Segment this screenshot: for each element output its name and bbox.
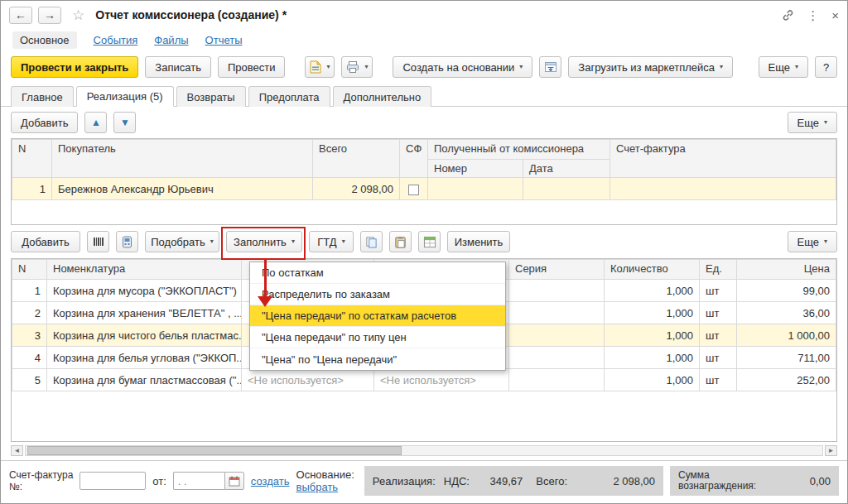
copy-link-icon[interactable]: [782, 9, 794, 22]
cell-price[interactable]: 711,00: [737, 347, 836, 369]
invoice-date-input[interactable]: [173, 472, 224, 490]
item-row[interactable]: 5 Корзина для бумаг пластмассовая ("... …: [12, 369, 836, 391]
cell-price[interactable]: 99,00: [737, 280, 836, 302]
cell-n[interactable]: 3: [12, 324, 47, 347]
horizontal-scrollbar[interactable]: ◄ ►: [11, 445, 837, 456]
cell-n[interactable]: 4: [12, 347, 47, 369]
paste-rows-button[interactable]: [389, 231, 412, 252]
create-invoice-link[interactable]: создать: [251, 475, 290, 487]
cell-number[interactable]: [428, 178, 523, 200]
cell-unit[interactable]: шт: [700, 280, 737, 302]
cell-invoice[interactable]: [610, 178, 836, 200]
cell-name[interactable]: Корзина для хранения "ВЕЛЕТТА" , ...: [47, 302, 242, 324]
post-button[interactable]: Провести: [218, 56, 286, 78]
cell-series[interactable]: [509, 280, 605, 302]
cell-n[interactable]: 2: [12, 302, 47, 324]
invoice-number-input[interactable]: [80, 472, 146, 490]
cell-date[interactable]: [523, 178, 610, 200]
load-from-marketplace-button[interactable]: Загрузить из маркетплейса ▾: [568, 56, 733, 78]
cell-unit[interactable]: шт: [700, 347, 737, 369]
cell-sf[interactable]: [400, 178, 428, 200]
sales-add-button[interactable]: Добавить: [11, 112, 78, 133]
post-and-close-button[interactable]: Провести и закрыть: [11, 56, 138, 78]
related-documents-button[interactable]: [539, 56, 561, 78]
attach-file-button[interactable]: ▾: [305, 56, 335, 78]
favorite-star-icon[interactable]: ☆: [72, 7, 84, 24]
scrollbar-thumb[interactable]: [27, 446, 402, 455]
scroll-right-icon[interactable]: ►: [825, 445, 837, 456]
cell-unit[interactable]: шт: [700, 302, 737, 324]
cell-unit[interactable]: шт: [700, 324, 737, 347]
sales-more-button[interactable]: Еще ▾: [788, 112, 837, 133]
cell-quantity[interactable]: 1,000: [605, 369, 700, 391]
fee-value: 0,00: [774, 475, 831, 487]
cell-quantity[interactable]: 1,000: [605, 347, 700, 369]
barcode-search-button[interactable]: [87, 231, 109, 252]
cell-series[interactable]: [509, 302, 605, 324]
buyer-row[interactable]: 1 Бережнов Александр Юрьевич 2 098,00: [12, 178, 836, 200]
cell-series[interactable]: [509, 347, 605, 369]
menu-item-transfer-price-by-price-type[interactable]: "Цена передачи" по типу цен: [250, 327, 505, 348]
nav-item-reports[interactable]: Отчеты: [205, 34, 243, 46]
menu-item-transfer-price-by-settlement-balances[interactable]: "Цена передачи" по остаткам расчетов: [250, 305, 505, 327]
data-terminal-button[interactable]: [116, 231, 138, 252]
cell-quantity[interactable]: 1,000: [605, 302, 700, 324]
toolbar-more-button[interactable]: Еще ▾: [759, 56, 808, 78]
cell-n[interactable]: 1: [12, 280, 47, 302]
items-more-button[interactable]: Еще ▾: [788, 231, 837, 252]
cell-series[interactable]: [509, 324, 605, 347]
cell-name[interactable]: Корзина для чистого белья пластмас...: [47, 324, 242, 347]
cell-series[interactable]: [509, 369, 605, 391]
nav-item-events[interactable]: События: [94, 34, 138, 46]
cell-price[interactable]: 36,00: [737, 302, 836, 324]
back-button[interactable]: ←: [9, 7, 32, 24]
cell-buyer[interactable]: Бережнов Александр Юрьевич: [52, 178, 313, 200]
table-settings-button[interactable]: [418, 231, 441, 252]
kebab-menu-icon[interactable]: ⋮: [807, 9, 819, 22]
cell-quantity[interactable]: 1,000: [605, 280, 700, 302]
cell-unit[interactable]: шт: [700, 369, 737, 391]
menu-item-distribute-by-orders[interactable]: Распределить по заказам: [250, 284, 505, 305]
write-button[interactable]: Записать: [145, 56, 211, 78]
tab-returns[interactable]: Возвраты: [176, 86, 246, 107]
nav-item-main[interactable]: Основное: [12, 31, 77, 49]
calendar-icon[interactable]: [224, 472, 244, 490]
print-button[interactable]: ▾: [341, 56, 373, 78]
help-button[interactable]: ?: [815, 56, 837, 78]
cell-name[interactable]: Корзина для мусора ("ЭККОПЛАСТ"): [47, 280, 242, 302]
cell-purpose[interactable]: <Не используется>: [374, 369, 509, 391]
cell-total[interactable]: 2 098,00: [313, 178, 400, 200]
sf-checkbox[interactable]: [408, 185, 419, 195]
nav-item-files[interactable]: Файлы: [154, 34, 188, 46]
menu-item-price-by-transfer-price[interactable]: "Цена" по "Цена передачи": [250, 348, 505, 370]
choose-basis-link[interactable]: выбрать: [296, 481, 354, 493]
create-on-basis-button[interactable]: Создать на основании ▾: [393, 56, 532, 78]
cell-quantity[interactable]: 1,000: [605, 324, 700, 347]
pick-button[interactable]: Подобрать ▾: [145, 231, 219, 252]
cell-characteristic[interactable]: <Не используется>: [242, 369, 374, 391]
edit-button[interactable]: Изменить: [447, 231, 510, 252]
cell-price[interactable]: 1 000,00: [737, 324, 836, 347]
cell-price[interactable]: 252,00: [737, 369, 836, 391]
tab-additional[interactable]: Дополнительно: [333, 86, 432, 107]
scroll-left-icon[interactable]: ◄: [11, 445, 23, 456]
cell-name[interactable]: Корзина для белья угловая ("ЭККОП...: [47, 347, 242, 369]
barcode-icon: [93, 236, 104, 247]
fill-button[interactable]: Заполнить ▾: [226, 231, 302, 252]
move-down-button[interactable]: ▼: [113, 112, 136, 133]
cell-n[interactable]: 5: [12, 369, 47, 391]
tab-prepayment[interactable]: Предоплата: [248, 86, 330, 107]
cell-name[interactable]: Корзина для бумаг пластмассовая ("...: [47, 369, 242, 391]
copy-rows-button[interactable]: [360, 231, 383, 252]
gtd-button[interactable]: ГТД ▾: [309, 231, 354, 252]
move-up-button[interactable]: ▲: [84, 112, 107, 133]
scrollbar-track[interactable]: [25, 445, 823, 456]
tab-realization[interactable]: Реализация (5): [76, 86, 174, 107]
tab-main[interactable]: Главное: [11, 86, 74, 107]
menu-item-by-balances[interactable]: По остаткам: [250, 262, 505, 284]
gtd-label: ГТД: [317, 236, 336, 248]
forward-button[interactable]: →: [38, 7, 61, 24]
items-add-button[interactable]: Добавить: [11, 231, 80, 252]
close-icon[interactable]: ×: [831, 9, 839, 22]
cell-n[interactable]: 1: [12, 178, 52, 200]
